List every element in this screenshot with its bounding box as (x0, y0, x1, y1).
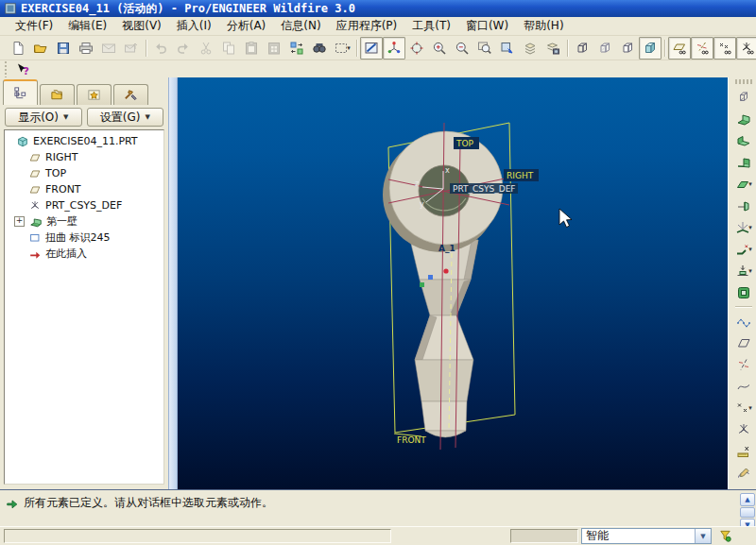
panel-splitter[interactable] (168, 77, 178, 489)
tree-item-exercise04_11-prt[interactable]: EXERCISE04_11.PRT (7, 133, 163, 149)
boundary-blend-button[interactable] (731, 310, 756, 332)
menu-f[interactable]: 文件(F) (8, 17, 60, 35)
no-hidden-button[interactable] (616, 37, 639, 60)
saved-views-button[interactable] (496, 37, 519, 60)
bend-button[interactable]: ▾ (731, 216, 756, 238)
menu-a[interactable]: 分析(A) (219, 17, 274, 35)
connections-tab[interactable] (113, 84, 148, 105)
paste-button[interactable] (240, 37, 263, 60)
settings-menu-button[interactable]: 设置(G) ▼ (87, 108, 164, 127)
chevron-down-icon[interactable]: ▼ (695, 529, 711, 543)
show-menu-button[interactable]: 显示(O) ▼ (5, 108, 82, 127)
shaded-button[interactable] (639, 37, 662, 60)
zoom-in-button[interactable] (428, 37, 451, 60)
toolbar-grip[interactable] (735, 79, 752, 84)
unattached-wall-button[interactable]: ▾ (731, 173, 756, 195)
title-bar[interactable]: EXERCISE04_11 (活动的) - Pro/ENGINEER Wildf… (0, 0, 756, 17)
tree-expander[interactable]: + (14, 216, 25, 227)
zoom-out-button[interactable] (451, 37, 473, 60)
paste-special-button[interactable] (263, 37, 285, 60)
datum-curve-tool-button[interactable] (731, 375, 756, 397)
sketch-tool-button[interactable] (731, 462, 756, 484)
selection-filter-button[interactable] (715, 528, 734, 545)
undo-button[interactable] (149, 37, 172, 60)
layers-button[interactable] (519, 37, 541, 60)
tree-item-right[interactable]: RIGHT (7, 149, 163, 165)
datum-axis-tool-button[interactable] (731, 353, 756, 375)
edge-bend-button[interactable]: ▾ (731, 238, 756, 260)
spin-center-button[interactable] (383, 37, 405, 60)
menu-i[interactable]: 插入(I) (169, 17, 219, 35)
tree-item-----[interactable]: 在此插入 (7, 246, 163, 262)
axis-display-button[interactable] (691, 37, 713, 60)
tree-item------245[interactable]: 扭曲 标识245 (7, 230, 163, 246)
tree-item-prt_csys_def[interactable]: PRT_CSYS_DEF (7, 197, 163, 213)
new-file-button[interactable] (7, 37, 29, 60)
hidden-line-button[interactable] (593, 37, 616, 60)
shaded-icon (643, 41, 658, 56)
tree-item-front[interactable]: FRONT (7, 181, 163, 197)
send-mail-link-button[interactable] (120, 37, 143, 60)
dropdown-arrow-icon[interactable]: ▾ (748, 246, 752, 253)
dropdown-arrow-icon[interactable]: ▾ (748, 267, 752, 275)
status-arrow-icon (6, 497, 19, 510)
find-button[interactable] (308, 37, 331, 60)
select-button[interactable]: ▾ (331, 37, 353, 60)
menu-n[interactable]: 信息(N) (273, 17, 328, 35)
point-display-icon (717, 41, 732, 56)
datum-point-tool-button[interactable]: ▾ (731, 397, 756, 418)
wire-cube-button[interactable] (731, 86, 756, 108)
tree-item-top[interactable]: TOP (7, 165, 163, 181)
scroll-up-button[interactable]: ▲ (740, 493, 755, 506)
folder-browser-tab[interactable] (40, 84, 75, 105)
send-mail-button[interactable] (97, 37, 120, 60)
cut-button[interactable] (195, 37, 217, 60)
favorites-tab[interactable] (77, 84, 112, 105)
refit-button[interactable] (473, 37, 496, 60)
copy-button[interactable] (217, 37, 240, 60)
csys-display-button[interactable] (736, 37, 756, 60)
dropdown-arrow-icon[interactable]: ▾ (748, 404, 752, 412)
toolbar-grip[interactable] (4, 61, 9, 78)
view-manager-button[interactable] (541, 37, 564, 60)
wireframe-button[interactable] (571, 37, 593, 60)
dropdown-arrow-icon[interactable]: ▾ (748, 180, 752, 188)
point-display-button[interactable] (713, 37, 736, 60)
menu-h[interactable]: 帮助(H) (516, 17, 571, 35)
dropdown-arrow-icon[interactable]: ▾ (748, 224, 752, 231)
form-button[interactable] (731, 281, 756, 303)
front-plane-label[interactable]: FRONT (397, 435, 426, 445)
csys-label[interactable]: PRT_CSYS_DEF (453, 184, 516, 194)
datum-plane-tool-button[interactable] (731, 332, 756, 353)
menu-w[interactable]: 窗口(W) (458, 17, 516, 35)
wall-button[interactable] (731, 108, 756, 129)
scroll-thumb[interactable] (740, 507, 755, 518)
right-plane-label[interactable]: RIGHT (507, 171, 534, 180)
menu-p[interactable]: 应用程序(P) (329, 17, 405, 35)
model-tree-tab[interactable] (3, 79, 38, 105)
menu-v[interactable]: 视图(V) (114, 17, 169, 35)
print-button[interactable] (75, 37, 97, 60)
plane-display-button[interactable] (668, 37, 691, 60)
flange-wall-button[interactable] (731, 151, 756, 173)
save-button[interactable] (52, 37, 75, 60)
navigator-tabs (0, 77, 168, 105)
extend-wall-button[interactable] (731, 195, 756, 216)
selection-filter-combo[interactable]: 智能 ▼ (581, 528, 712, 544)
punch-button[interactable]: ▾ (731, 260, 756, 281)
datum-csys-tool-button[interactable] (731, 418, 756, 440)
menu-t[interactable]: 工具(T) (404, 17, 458, 35)
axis-tag-label[interactable]: A_1 (438, 244, 455, 253)
tree-item----[interactable]: +第一壁 (7, 213, 163, 230)
menu-e[interactable]: 编辑(E) (60, 17, 114, 35)
open-button[interactable] (29, 37, 52, 60)
redo-button[interactable] (172, 37, 195, 60)
graphics-viewport[interactable]: x z y PRT_CSYS_DEF TOP RIGHT FRONT A_1 (178, 77, 728, 489)
flat-wall-button[interactable] (731, 129, 756, 151)
sketch-ruler-tool-button[interactable] (731, 440, 756, 462)
top-plane-label[interactable]: TOP (455, 139, 474, 148)
orient-button[interactable] (405, 37, 428, 60)
dropdown-arrow-icon[interactable]: ▾ (347, 44, 351, 52)
redraw-button[interactable] (360, 37, 383, 60)
regenerate-button[interactable] (285, 37, 308, 60)
